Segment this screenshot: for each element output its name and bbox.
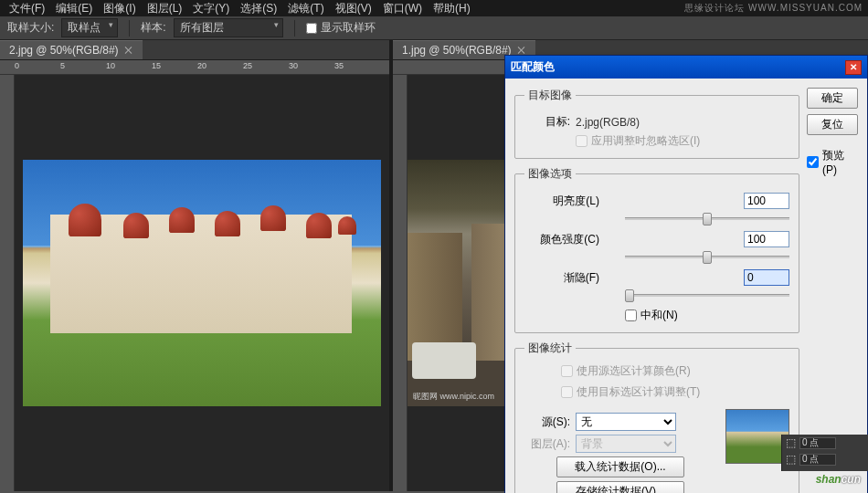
show-sampling-ring-input[interactable] bbox=[306, 23, 317, 34]
source-thumbnail bbox=[725, 409, 789, 464]
document-left: 2.jpg @ 50%(RGB/8#) 0 5 10 15 20 25 30 3… bbox=[0, 40, 389, 491]
dialog-title-text: 匹配颜色 bbox=[511, 59, 555, 75]
target-value: 2.jpg(RGB/8) bbox=[576, 116, 640, 129]
ruler-vertical bbox=[0, 75, 15, 491]
menu-select[interactable]: 选择(S) bbox=[235, 1, 282, 16]
image-watermark: 昵图网 www.nipic.com bbox=[413, 391, 494, 403]
source-label: 源(S): bbox=[524, 414, 570, 430]
save-stats-button[interactable]: 存储统计数据(V)... bbox=[556, 481, 684, 493]
use-target-selection-checkbox: 使用目标选区计算调整(T) bbox=[561, 384, 789, 400]
dialog-titlebar[interactable]: 匹配颜色 ✕ bbox=[505, 56, 867, 79]
image-palace bbox=[23, 160, 381, 406]
tab-label: 1.jpg @ 50%(RGB/8#) bbox=[402, 44, 512, 57]
show-sampling-ring-label: 显示取样环 bbox=[321, 20, 376, 36]
tab-bar-left: 2.jpg @ 50%(RGB/8#) bbox=[0, 40, 389, 60]
source-dropdown[interactable]: 无 bbox=[576, 413, 676, 431]
intensity-slider[interactable] bbox=[625, 251, 789, 264]
target-image-group: 目标图像 目标: 2.jpg(RGB/8) 应用调整时忽略选区(I) bbox=[514, 88, 799, 159]
layer-label: 图层(A): bbox=[524, 436, 570, 452]
sample-size-dropdown[interactable]: 取样点 bbox=[61, 18, 118, 37]
image-statistics-group: 图像统计 使用源选区计算颜色(R) 使用目标选区计算调整(T) 源(S): 无 bbox=[514, 341, 799, 493]
ruler-vertical-right bbox=[393, 75, 408, 491]
image-options-group: 图像选项 明亮度(L) 颜色强度(C) 渐隐(F) bbox=[514, 166, 799, 333]
panel-value-2[interactable] bbox=[799, 454, 836, 466]
menu-filter[interactable]: 滤镜(T) bbox=[282, 1, 329, 16]
menu-edit[interactable]: 编辑(E) bbox=[50, 1, 98, 16]
ignore-selection-checkbox: 应用调整时忽略选区(I) bbox=[576, 133, 789, 149]
image-street: 昵图网 www.nipic.com bbox=[408, 160, 517, 406]
ok-button[interactable]: 确定 bbox=[807, 88, 858, 109]
menu-help[interactable]: 帮助(H) bbox=[428, 1, 476, 16]
canvas-left[interactable] bbox=[15, 75, 389, 491]
menu-window[interactable]: 窗口(W) bbox=[377, 1, 428, 16]
tab-label: 2.jpg @ 50%(RGB/8#) bbox=[9, 44, 119, 57]
menu-type[interactable]: 文字(Y) bbox=[187, 1, 235, 16]
link-icon[interactable]: ⬚ bbox=[786, 436, 796, 449]
link-icon[interactable]: ⬚ bbox=[786, 453, 796, 466]
menu-file[interactable]: 文件(F) bbox=[4, 1, 50, 16]
sample-layers-label: 样本: bbox=[141, 20, 165, 36]
menu-layer[interactable]: 图层(L) bbox=[142, 1, 188, 16]
reset-button[interactable]: 复位 bbox=[807, 114, 858, 135]
close-button[interactable]: ✕ bbox=[845, 60, 862, 75]
menu-image[interactable]: 图像(I) bbox=[98, 1, 141, 16]
show-sampling-ring-checkbox[interactable]: 显示取样环 bbox=[306, 20, 376, 36]
options-legend: 图像选项 bbox=[524, 166, 576, 182]
panel-value-1[interactable] bbox=[799, 437, 836, 449]
neutralize-checkbox[interactable]: 中和(N) bbox=[625, 308, 789, 323]
target-label: 目标: bbox=[524, 114, 570, 130]
options-bar: 取样大小: 取样点 样本: 所有图层 显示取样环 bbox=[0, 16, 868, 40]
sample-layers-dropdown[interactable]: 所有图层 bbox=[174, 18, 283, 37]
watermark-logo: shancun bbox=[816, 467, 861, 488]
close-icon[interactable] bbox=[517, 46, 526, 55]
watermark-top: 思缘设计论坛 WWW.MISSYUAN.COM bbox=[684, 2, 863, 15]
tab-doc-2jpg[interactable]: 2.jpg @ 50%(RGB/8#) bbox=[0, 40, 143, 59]
stats-legend: 图像统计 bbox=[524, 341, 576, 356]
fade-input[interactable] bbox=[744, 269, 789, 286]
use-source-selection-checkbox: 使用源选区计算颜色(R) bbox=[561, 363, 789, 379]
intensity-label: 颜色强度(C) bbox=[524, 232, 599, 247]
fade-label: 渐隐(F) bbox=[524, 270, 599, 286]
luminance-input[interactable] bbox=[744, 193, 789, 209]
load-stats-button[interactable]: 载入统计数据(O)... bbox=[556, 456, 684, 477]
luminance-slider[interactable] bbox=[625, 213, 789, 226]
ruler-horizontal: 0 5 10 15 20 25 30 35 bbox=[0, 60, 389, 75]
menu-view[interactable]: 视图(V) bbox=[330, 1, 377, 16]
right-panel-fragment: ⬚ ⬚ bbox=[781, 435, 868, 471]
intensity-input[interactable] bbox=[744, 231, 789, 247]
sample-size-label: 取样大小: bbox=[7, 20, 54, 36]
close-icon[interactable] bbox=[124, 46, 133, 55]
target-legend: 目标图像 bbox=[524, 88, 576, 103]
luminance-label: 明亮度(L) bbox=[524, 194, 599, 209]
fade-slider[interactable] bbox=[625, 289, 789, 302]
preview-checkbox[interactable]: 预览(P) bbox=[807, 148, 858, 176]
match-color-dialog: 匹配颜色 ✕ 目标图像 目标: 2.jpg(RGB/8) 应用调整时忽略选区(I… bbox=[504, 55, 868, 493]
layer-dropdown: 背景 bbox=[576, 435, 676, 453]
